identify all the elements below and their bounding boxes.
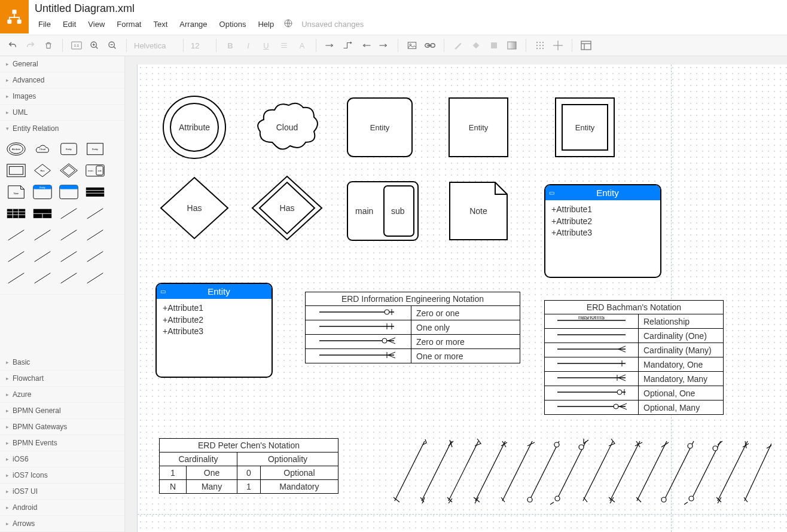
menu-format[interactable]: Format	[111, 17, 147, 31]
shadow-button[interactable]	[486, 38, 502, 53]
palette-uml[interactable]: UML	[0, 105, 124, 121]
insert-image-button[interactable]	[404, 38, 420, 53]
line-color-button[interactable]	[450, 38, 466, 53]
italic-button[interactable]: I	[240, 38, 256, 53]
thumb-cloud[interactable]: Cloud	[30, 139, 55, 159]
thumb-line-9[interactable]	[56, 246, 81, 267]
shape-has-diamond[interactable]: Has	[158, 175, 230, 241]
outline-panel-button[interactable]	[578, 38, 594, 53]
palette-ios7-icons[interactable]: iOS7 Icons	[0, 467, 124, 484]
shape-note[interactable]: Note	[449, 181, 508, 241]
arrow-end-button[interactable]	[376, 38, 392, 53]
canvas-area[interactable]: Attribute Cloud Entity Entity Entity	[129, 56, 787, 532]
grid-dots-button[interactable]	[532, 38, 548, 53]
guides-button[interactable]	[550, 38, 566, 53]
font-color-button[interactable]: A	[294, 38, 310, 53]
zoom-reset-button[interactable]: 1:1	[69, 38, 84, 53]
menu-edit[interactable]: Edit	[57, 17, 82, 31]
shape-connector-lines[interactable]	[389, 435, 771, 507]
waypoint-button[interactable]	[340, 38, 356, 53]
palette-bpmn-events[interactable]: BPMN Events	[0, 435, 124, 451]
app-logo[interactable]	[0, 0, 29, 33]
thumb-line-6[interactable]	[83, 225, 108, 245]
shape-erd-bachman-notation[interactable]: ERD Bachman's Notation has/formsRelation…	[544, 300, 724, 415]
thumb-main-sub[interactable]: mainsub	[83, 160, 108, 181]
document-title[interactable]: Untitled Diagram.xml	[29, 0, 787, 16]
thumb-line-4[interactable]	[30, 225, 55, 245]
menu-text[interactable]: Text	[147, 17, 173, 31]
gradient-button[interactable]	[504, 38, 520, 53]
thumb-entity-rect[interactable]: Entity	[83, 139, 108, 159]
connection-straight-button[interactable]	[322, 38, 338, 53]
palette-arrows[interactable]: Arrows	[0, 516, 124, 532]
menu-help[interactable]: Help	[252, 17, 280, 31]
underline-button[interactable]: U	[258, 38, 274, 53]
shape-main-sub[interactable]: main sub	[347, 181, 419, 241]
zoom-in-button[interactable]	[87, 38, 102, 53]
thumb-has-double-diamond[interactable]	[56, 160, 81, 181]
font-family-input[interactable]	[133, 41, 177, 51]
attr-row[interactable]: +Attribute2	[551, 216, 654, 228]
attr-row[interactable]: +Attribute1	[163, 302, 266, 314]
shape-erd-chen-notation[interactable]: ERD Peter Chen's Notation CardinalityOpt…	[159, 438, 338, 494]
thumb-line-11[interactable]	[4, 268, 29, 288]
thumb-note[interactable]: Note	[4, 182, 29, 202]
palette-entity-relation[interactable]: Entity Relation Attribute Cloud Entity E…	[0, 121, 124, 295]
palette-flowchart[interactable]: Flowchart	[0, 371, 124, 387]
thumb-line-3[interactable]	[4, 225, 29, 245]
menu-view[interactable]: View	[82, 17, 111, 31]
palette-ios7-ui[interactable]: iOS7 UI	[0, 484, 124, 500]
menu-options[interactable]: Options	[213, 17, 252, 31]
thumb-line-10[interactable]	[83, 246, 108, 267]
shape-cloud[interactable]: Cloud	[254, 100, 320, 154]
palette-general[interactable]: General	[0, 56, 124, 72]
shape-attribute[interactable]: Attribute	[161, 94, 227, 160]
shape-entity-double[interactable]: Entity	[555, 97, 615, 157]
thumb-entity-table-blue2[interactable]	[56, 182, 81, 202]
menu-file[interactable]: File	[32, 17, 57, 31]
align-button[interactable]	[276, 38, 292, 53]
palette-bpmn-gateways[interactable]: BPMN Gateways	[0, 419, 124, 435]
thumb-line-14[interactable]	[83, 268, 108, 288]
thumb-entity-double[interactable]	[4, 160, 29, 181]
zoom-out-button[interactable]	[105, 38, 120, 53]
thumb-line-7[interactable]	[4, 246, 29, 267]
undo-button[interactable]	[5, 38, 20, 53]
thumb-black-halfgrid[interactable]	[30, 203, 55, 224]
thumb-line-2[interactable]	[83, 203, 108, 224]
thumb-line-13[interactable]	[56, 268, 81, 288]
attr-row[interactable]: +Attribute2	[163, 314, 266, 326]
thumb-line-5[interactable]	[56, 225, 81, 245]
thumb-line-1[interactable]	[56, 203, 81, 224]
arrow-start-button[interactable]	[358, 38, 374, 53]
thumb-line-8[interactable]	[30, 246, 55, 267]
shape-entity-table-1[interactable]: ▭Entity +Attribute1 +Attribute2 +Attribu…	[544, 184, 661, 278]
shape-entity-rect[interactable]: Entity	[449, 97, 508, 157]
palette-azure[interactable]: Azure	[0, 387, 124, 403]
font-size-input[interactable]	[190, 41, 210, 51]
shape-entity-table-2[interactable]: ▭Entity +Attribute1 +Attribute2 +Attribu…	[155, 283, 273, 378]
palette-ios6[interactable]: iOS6	[0, 451, 124, 467]
attr-row[interactable]: +Attribute1	[551, 204, 654, 216]
shape-erd-info-notation[interactable]: ERD Information Engineering Notation Zer…	[305, 292, 520, 363]
thumb-entity-rounded[interactable]: Entity	[56, 139, 81, 159]
collapse-icon[interactable]: ▭	[159, 288, 166, 295]
palette-basic[interactable]: Basic	[0, 354, 124, 371]
thumb-has-diamond[interactable]: Has	[30, 160, 55, 181]
shape-has-double-diamond[interactable]: Has	[251, 175, 323, 241]
thumb-black-table[interactable]	[83, 182, 108, 202]
attr-row[interactable]: +Attribute3	[551, 227, 654, 239]
palette-images[interactable]: Images	[0, 88, 124, 105]
shape-entity-rounded[interactable]: Entity	[347, 97, 413, 157]
thumb-attribute[interactable]: Attribute	[4, 139, 29, 159]
thumb-line-12[interactable]	[30, 268, 55, 288]
bold-button[interactable]: B	[222, 38, 238, 53]
thumb-entity-table-blue[interactable]: Entity	[30, 182, 55, 202]
delete-button[interactable]	[41, 38, 56, 53]
attr-row[interactable]: +Attribute3	[163, 326, 266, 338]
thumb-black-grid[interactable]	[4, 203, 29, 224]
palette-bpmn-general[interactable]: BPMN General	[0, 403, 124, 419]
fill-color-button[interactable]	[468, 38, 484, 53]
language-icon[interactable]	[283, 19, 293, 30]
palette-android[interactable]: Android	[0, 500, 124, 516]
